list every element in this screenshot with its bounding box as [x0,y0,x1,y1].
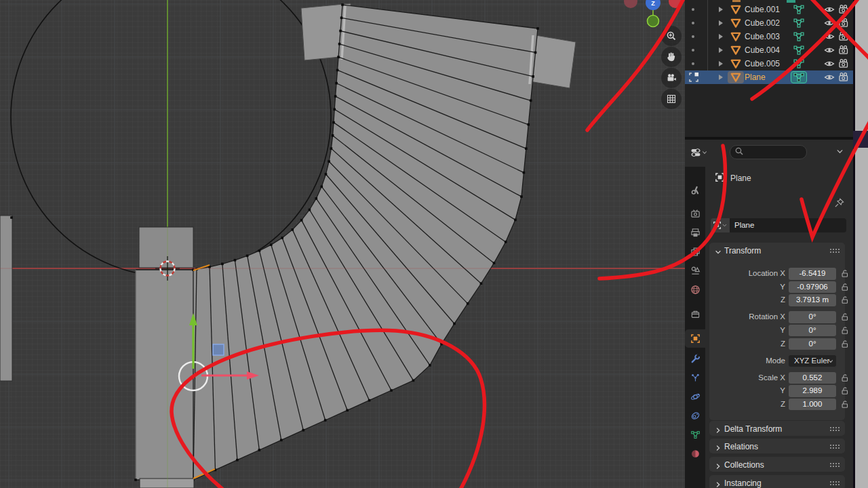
mode-dropdown[interactable]: XYZ Euler [789,355,836,367]
panel-relations[interactable]: Relations [709,439,845,453]
lock-toggle[interactable] [840,386,850,398]
lock-toggle[interactable] [840,373,850,385]
outliner-row-cube-003[interactable]: Cube.003 [685,30,853,43]
value-field[interactable]: 3.7913 m [789,294,836,306]
render-visibility-camera-icon[interactable] [838,18,849,28]
expand-arrow-icon[interactable] [719,75,723,80]
gizmo-z-plane-handle[interactable] [213,344,224,355]
lock-toggle[interactable] [840,399,850,411]
nav-button-zoom[interactable] [661,26,682,46]
lock-open-icon[interactable] [840,268,850,278]
drag-handle-icon[interactable] [829,462,840,467]
lock-open-icon[interactable] [840,373,850,382]
expand-arrow-icon[interactable] [719,20,723,26]
editor-type-button[interactable] [690,145,712,160]
panel-instancing[interactable]: Instancing [709,475,845,488]
nav-button-toggle-grid[interactable] [661,89,682,109]
gizmo-ball-y[interactable] [648,16,659,27]
panel-collections[interactable]: Collections [709,457,845,472]
properties-search[interactable] [730,145,807,159]
value-field[interactable]: 0° [789,311,836,323]
tab-render[interactable] [685,205,705,223]
drag-handle-icon[interactable] [829,248,840,253]
expand-arrow-icon[interactable] [719,61,723,66]
value-field[interactable]: -6.5419 [789,268,836,280]
drag-handle-icon[interactable] [829,444,840,449]
lock-toggle[interactable] [840,339,850,351]
tab-modifiers[interactable] [685,350,705,368]
visibility-eye-icon[interactable] [824,58,835,69]
header-options-chevron-icon[interactable] [835,146,844,159]
lock-open-icon[interactable] [840,399,850,409]
visibility-eye-icon[interactable] [824,18,835,28]
render-visibility-camera-icon[interactable] [838,31,849,42]
value-field[interactable]: 0° [789,338,836,350]
tab-collection[interactable] [685,305,705,323]
nav-button-pan[interactable] [661,47,682,67]
visibility-eye-icon[interactable] [824,45,835,56]
lock-toggle[interactable] [840,325,850,338]
tab-physics[interactable] [685,388,705,406]
gizmo-ball-x[interactable] [669,0,682,8]
panel-header[interactable]: Delta Transform [709,421,845,437]
tab-tool[interactable] [685,181,705,199]
render-visibility-camera-icon[interactable] [838,58,849,69]
outliner-row-cube-005[interactable]: Cube.005 [685,57,853,70]
object-name-field[interactable]: Plane [730,218,846,232]
render-visibility-camera-icon[interactable] [838,4,849,15]
panel-header[interactable]: Relations [709,439,845,455]
tab-data[interactable] [685,426,705,444]
tab-output[interactable] [685,224,705,242]
search-input[interactable] [745,148,800,157]
render-visibility-camera-icon[interactable] [838,72,849,83]
value-field[interactable]: 0° [789,325,836,337]
visibility-eye-icon[interactable] [824,72,835,83]
nav-button-camera-view[interactable] [661,68,682,88]
gizmo-ball-negx[interactable] [624,0,637,8]
properties-editor[interactable]: Plane Plane TransformLocation X-6.5419 Y… [685,140,853,488]
tab-scene[interactable] [685,262,705,280]
lock-toggle[interactable] [840,282,850,294]
tab-particles[interactable] [685,369,705,387]
outliner-row-cube-002[interactable]: Cube.002 [685,16,853,30]
panel-header[interactable]: Transform [709,243,845,259]
outliner[interactable]: Cube.001 Cube.002 Cube.003 Cube.004 Cube… [685,0,853,137]
expand-arrow-icon[interactable] [719,47,723,53]
panel-header[interactable]: Instancing [709,475,845,488]
cube-step-bottom[interactable] [140,479,194,488]
lock-toggle[interactable] [840,295,850,307]
tab-world[interactable] [685,281,705,299]
outliner-row-cube-001[interactable]: Cube.001 [685,3,853,16]
delta-transform-panel[interactable]: Delta Transform [709,421,845,436]
value-field[interactable]: 2.989 [789,385,836,397]
expand-arrow-icon[interactable] [719,7,723,12]
tab-constraints[interactable] [685,407,705,425]
lock-toggle[interactable] [840,312,850,324]
tab-view-layer[interactable] [685,243,705,261]
plane-mesh[interactable] [10,3,539,481]
outliner-row-plane[interactable]: Plane [685,70,853,84]
drag-handle-icon[interactable] [829,481,840,485]
viewport-scene[interactable] [0,0,685,488]
drag-handle-icon[interactable] [829,426,840,431]
lock-open-icon[interactable] [840,282,850,291]
lock-open-icon[interactable] [840,312,850,321]
lock-open-icon[interactable] [840,386,850,395]
tab-material[interactable] [685,445,705,463]
panel-header[interactable]: Collections [709,457,845,473]
lock-toggle[interactable] [840,268,850,281]
lock-open-icon[interactable] [840,295,850,304]
3d-viewport[interactable]: Z [0,0,685,488]
lock-open-icon[interactable] [840,339,850,348]
lock-open-icon[interactable] [840,325,850,335]
value-field[interactable]: 1.000 [789,399,836,411]
value-field[interactable]: -0.97906 [789,281,836,293]
pin-icon[interactable] [834,198,844,211]
value-field[interactable]: 0.552 [789,372,836,384]
visibility-eye-icon[interactable] [824,31,835,42]
cube-left-edge[interactable] [0,216,12,381]
render-visibility-camera-icon[interactable] [838,45,849,56]
visibility-eye-icon[interactable] [824,4,835,15]
outliner-row-cube-004[interactable]: Cube.004 [685,43,853,57]
object-type-dropdown[interactable] [711,218,730,232]
